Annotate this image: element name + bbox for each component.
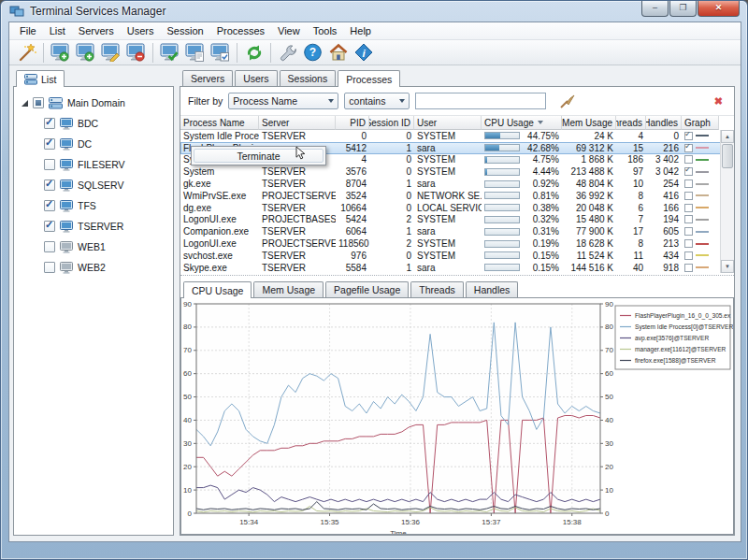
chart-tab-mem-usage[interactable]: Mem Usage [253, 281, 324, 297]
refresh-button[interactable] [241, 41, 266, 65]
graph-checkbox[interactable] [684, 167, 693, 176]
menu-list[interactable]: List [43, 23, 72, 38]
table-header: Process NameServerPIDSession IDUserCPU U… [180, 116, 734, 130]
settings-wrench-button[interactable] [275, 41, 300, 65]
tree-item-tserver[interactable]: TSERVER [16, 216, 171, 237]
tree-item-web1[interactable]: WEB1 [16, 237, 171, 257]
tree-item-tfs[interactable]: TFS [16, 195, 171, 216]
wizard-wand-button[interactable] [14, 41, 39, 65]
server-checkbox[interactable] [44, 262, 55, 273]
process-row-system[interactable]: SystemTSERVER35760SYSTEM4.44%213 488 K97… [180, 165, 734, 178]
sort-desc-icon [538, 121, 543, 124]
home-button[interactable] [325, 41, 351, 65]
tab-users[interactable]: Users [235, 70, 277, 86]
column-header-process-name[interactable]: Process Name [180, 116, 259, 130]
graph-checkbox[interactable] [684, 264, 693, 272]
process-row-logonui-exe[interactable]: LogonUI.exePROJECTSERVER1185602SYSTEM0.1… [180, 237, 734, 250]
server-checkbox[interactable] [44, 221, 55, 232]
tree-item-web2[interactable]: WEB2 [16, 257, 171, 278]
session-cell: 1 [369, 179, 414, 189]
column-header-pid[interactable]: PID [336, 116, 369, 130]
server-checkbox[interactable] [44, 159, 55, 170]
server-tasks-button[interactable] [208, 41, 233, 65]
tab-processes[interactable]: Processes [338, 70, 400, 87]
server-checkbox[interactable] [44, 241, 55, 252]
menu-users[interactable]: Users [121, 23, 161, 38]
process-row-logonui-exe[interactable]: LogonUI.exePROJECTBASES54242SYSTEM0.32%1… [180, 214, 734, 226]
add-domain-button[interactable] [73, 41, 98, 65]
scroll-down-icon[interactable]: ▼ [721, 260, 734, 273]
menu-processes[interactable]: Processes [210, 23, 271, 38]
graph-checkbox[interactable] [684, 227, 693, 236]
process-row-svchost-exe[interactable]: svchost.exeTSERVER9760SYSTEM0.15%11 524 … [180, 250, 734, 262]
graph-checkbox[interactable] [684, 192, 693, 200]
tree-root-main-domain[interactable]: Main Domain [16, 93, 171, 113]
process-row-companion-exe[interactable]: Companion.exeTSERVER60641sara0.31%77 900… [180, 225, 734, 237]
process-row-system-idle-process[interactable]: System Idle ProcessTSERVER00SYSTEM44.75%… [180, 130, 734, 142]
edit-server-button[interactable] [98, 41, 123, 65]
tree-item-bdc[interactable]: BDC [16, 113, 171, 134]
remove-server-button[interactable] [123, 41, 149, 65]
tree-expander-icon[interactable] [22, 100, 28, 107]
process-row-wmiprvse-exe[interactable]: WmiPrvSE.exePROJECTSERVER35240NETWORK SE… [180, 190, 734, 202]
clear-filter-brush-icon[interactable] [559, 94, 575, 108]
tree-item-dc[interactable]: DC [16, 134, 171, 154]
process-row-skype-exe[interactable]: Skype.exeTSERVER55841sara0.15%144 516 K4… [180, 262, 734, 274]
about-button[interactable]: i [351, 41, 376, 65]
graph-checkbox[interactable] [684, 215, 693, 223]
chart-tab-threads[interactable]: Threads [410, 281, 464, 297]
server-checkbox[interactable] [44, 138, 55, 150]
filter-field-select[interactable]: Process Name [228, 93, 338, 109]
minimize-button[interactable]: – [641, 1, 669, 17]
tab-servers[interactable]: Servers [182, 70, 233, 86]
filter-operator-select[interactable]: contains [344, 93, 410, 109]
chart-tab-pagefile-usage[interactable]: Pagefile Usage [325, 281, 409, 297]
column-header-handles[interactable]: Handles [646, 116, 682, 130]
menu-servers[interactable]: Servers [72, 23, 121, 38]
chart-tab-handles[interactable]: Handles [466, 281, 519, 297]
scroll-up-icon[interactable]: ▲ [721, 130, 734, 143]
column-header-threads[interactable]: Threads [616, 116, 646, 130]
table-scrollbar[interactable]: ▲ ▼ [720, 130, 734, 273]
tab-sessions[interactable]: Sessions [280, 70, 337, 86]
tree-item-sqlserv[interactable]: SQLSERV [16, 175, 171, 195]
column-header-graph[interactable]: Graph [682, 116, 719, 130]
sidebar-tab-list[interactable]: List [16, 70, 65, 87]
connect-server-button[interactable] [157, 41, 182, 65]
graph-checkbox[interactable] [684, 251, 693, 260]
menu-view[interactable]: View [271, 23, 307, 38]
column-header-session-id[interactable]: Session ID [369, 116, 414, 130]
filter-text-input[interactable] [415, 93, 546, 109]
column-header-user[interactable]: User [414, 116, 482, 130]
graph-checkbox[interactable] [684, 179, 693, 188]
menu-file[interactable]: File [13, 23, 43, 38]
titlebar[interactable]: Terminal Services Manager – ❐ ✕ [1, 1, 747, 22]
menu-help[interactable]: Help [343, 23, 378, 38]
remove-filter-icon[interactable]: ✖ [711, 95, 726, 108]
main-domain-checkbox[interactable] [33, 97, 44, 108]
process-row-dg-exe[interactable]: dg.exeTSERVER106640LOCAL SERVICE0.38%20 … [180, 202, 734, 214]
column-header-cpu-usage[interactable]: CPU Usage [482, 116, 562, 130]
add-server-button[interactable] [48, 41, 73, 65]
server-details-button[interactable] [182, 41, 208, 65]
svg-text:15:34: 15:34 [239, 518, 259, 526]
graph-checkbox[interactable] [684, 144, 693, 152]
graph-checkbox[interactable] [684, 204, 693, 212]
graph-checkbox[interactable] [684, 239, 693, 248]
tree-item-fileserv[interactable]: FILESERV [16, 154, 171, 175]
server-checkbox[interactable] [44, 200, 55, 211]
server-checkbox[interactable] [44, 179, 55, 191]
column-header-server[interactable]: Server [259, 116, 336, 130]
maximize-button[interactable]: ❐ [669, 1, 697, 17]
scrollbar-thumb[interactable] [722, 144, 733, 168]
help-button[interactable]: ? [300, 41, 325, 65]
menu-tools[interactable]: Tools [307, 23, 344, 38]
graph-checkbox[interactable] [684, 155, 693, 164]
server-checkbox[interactable] [44, 118, 55, 129]
process-row-gk-exe[interactable]: gk.exeTSERVER87041sara0.92%48 804 K10254 [180, 178, 734, 190]
graph-checkbox[interactable] [684, 132, 693, 140]
chart-tab-cpu-usage[interactable]: CPU Usage [183, 281, 252, 298]
menu-session[interactable]: Session [161, 23, 210, 38]
close-button[interactable]: ✕ [698, 1, 740, 17]
column-header-mem-usage[interactable]: Mem Usage [562, 116, 616, 130]
